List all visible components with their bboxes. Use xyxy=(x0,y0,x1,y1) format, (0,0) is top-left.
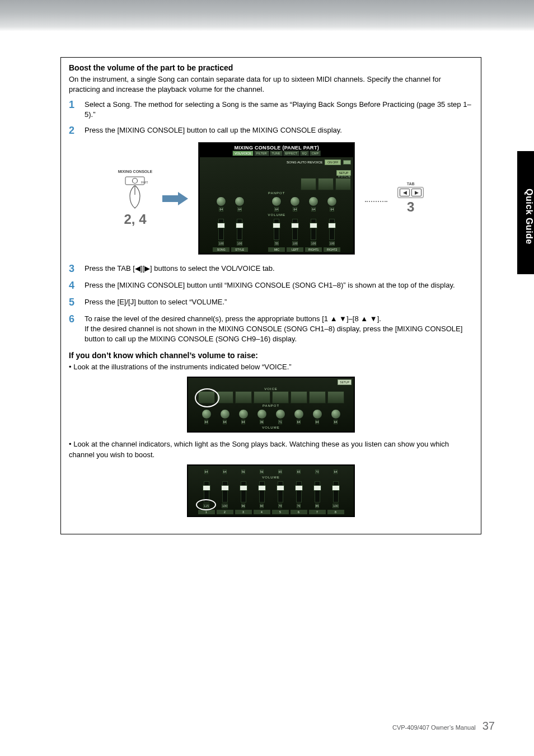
quick-guide-tab: Quick Guide xyxy=(517,151,534,274)
hand-press-icon: PART xyxy=(122,176,148,209)
volume-fader-icon xyxy=(274,219,279,240)
pan-knob-icon xyxy=(235,196,245,206)
pan-knob-icon xyxy=(275,409,285,419)
tab-label: TAB xyxy=(407,182,415,186)
volume-value: 55 xyxy=(274,241,279,246)
pan-value: 64 xyxy=(293,207,297,212)
top-value: 64 xyxy=(223,469,227,474)
footer-chip: LEFT xyxy=(287,247,303,252)
top-value: 65 xyxy=(297,469,301,474)
volume-value: 96 xyxy=(241,504,246,508)
volume-fader-icon xyxy=(333,481,339,503)
pan-value: 64 xyxy=(204,420,209,424)
step-text: To raise the level of the desired channe… xyxy=(85,314,473,345)
pan-knob-icon xyxy=(238,409,249,419)
pan-knob-blank xyxy=(253,201,263,212)
manual-title: CVP-409/407 Owner’s Manual xyxy=(392,724,476,731)
pan-value: 64 xyxy=(241,420,246,424)
console-tabs: VOL/VOICE FILTER TUNE EFFECT EQ CMP xyxy=(200,151,353,156)
step-text: Press the [MIXING CONSOLE] button until … xyxy=(85,280,473,290)
channel-number: 1 xyxy=(198,510,215,514)
volume-fader-icon xyxy=(278,481,283,503)
step-text: Press the TAB [◀][▶] buttons to select t… xyxy=(85,264,473,274)
arrow-right-icon xyxy=(162,192,188,205)
tab-left-button-icon: ◀ xyxy=(400,189,410,196)
console-tab: FILTER xyxy=(254,151,269,156)
content-box: Boost the volume of the part to be pract… xyxy=(60,57,481,534)
section-intro: On the instrument, a single Song can con… xyxy=(69,74,473,94)
volume-value: 70 xyxy=(278,504,283,508)
sub-heading: If you don’t know which channel’s volume… xyxy=(69,351,473,360)
tab-buttons-illustration: TAB ◀ ▶ 3 xyxy=(397,182,424,215)
steps-list: 1 Select a Song. The method for selectin… xyxy=(69,100,473,137)
pan-knob-icon xyxy=(308,196,318,206)
bullet-1: • Look at the illustrations of the instr… xyxy=(69,362,473,372)
song-auto-revoice-row: SONG AUTO REVOICE ON OFF xyxy=(202,159,351,165)
pan-knob-icon xyxy=(312,409,322,419)
voice-instrument-icon xyxy=(198,391,215,403)
page-top-gradient xyxy=(0,0,534,31)
volume-value: 100 xyxy=(222,504,227,508)
console-footer-labels: SONG STYLE MIC LEFT RIGHT1 RIGHT2 xyxy=(202,247,351,252)
top-value: 65 xyxy=(278,469,283,474)
console-tab: VOL/VOICE xyxy=(232,151,254,156)
volume-value: 100 xyxy=(311,241,316,246)
step-text: Press the [E]/[J] button to select “VOLU… xyxy=(85,297,473,307)
panpot-knob-row: 64 64 64 36 71 64 64 64 xyxy=(190,409,352,424)
callout-2-4: 2, 4 xyxy=(124,212,146,227)
bullet-2: • Look at the channel indicators, which … xyxy=(69,439,473,459)
voice-row xyxy=(190,391,352,403)
highlight-circle-icon xyxy=(195,388,219,407)
footer-chip: RIGHT1 xyxy=(305,247,322,252)
footer-chip-blank xyxy=(250,247,266,252)
channel-number-row: 1 2 3 4 5 6 7 8 xyxy=(190,510,352,514)
top-val-row: 64 64 56 56 65 65 70 64 xyxy=(190,469,352,474)
console-title: MIXING CONSOLE (PANEL PART) xyxy=(200,144,353,151)
volume-value: 100 xyxy=(218,241,224,246)
volume-label: VOLUME xyxy=(190,426,352,429)
console-tab: EFFECT xyxy=(283,151,299,156)
footer-chip: STYLE xyxy=(231,247,248,252)
mixing-console-label: MIXING CONSOLE xyxy=(118,170,152,173)
page-footer: CVP-409/407 Owner’s Manual 37 xyxy=(392,720,495,732)
channel-number: 3 xyxy=(235,510,252,514)
pan-knob-icon xyxy=(290,196,300,206)
callout-3: 3 xyxy=(407,199,414,215)
voice-instrument-icon xyxy=(272,391,289,403)
volume-fader-icon xyxy=(329,219,335,240)
pan-value: 64 xyxy=(297,420,301,424)
hand-button-illustration: MIXING CONSOLE PART 2, 4 xyxy=(118,170,152,227)
pan-knob-icon xyxy=(331,409,341,419)
channel-number: 4 xyxy=(254,510,270,514)
step-number: 5 xyxy=(69,297,78,308)
panpot-knob-row: 64 64 64 64 64 64 xyxy=(202,196,351,212)
step-number: 3 xyxy=(69,264,78,275)
top-value: 56 xyxy=(260,469,264,474)
volume-value: 90 xyxy=(260,504,264,508)
volume-fader-icon xyxy=(237,219,242,240)
volume-value: 100 xyxy=(332,504,338,508)
pan-value: 36 xyxy=(260,420,264,424)
pan-knob-icon xyxy=(294,409,304,419)
channel-number: 7 xyxy=(309,510,326,514)
pan-value: 64 xyxy=(237,207,242,212)
top-value: 56 xyxy=(241,469,246,474)
on-off-chip: ON OFF xyxy=(325,159,341,165)
console-tab: CMP xyxy=(310,151,321,156)
pan-knob-icon xyxy=(257,409,267,419)
highlight-circle-icon xyxy=(196,499,216,510)
voice-instrument-icon xyxy=(254,391,270,403)
volume-fader-icon xyxy=(241,481,246,503)
pan-value: 64 xyxy=(219,207,223,212)
step-number: 2 xyxy=(69,125,78,137)
footer-chip: SONG xyxy=(213,247,229,252)
volume-fader-blank xyxy=(255,224,261,246)
pan-value: 64 xyxy=(274,207,279,212)
pan-knob-icon xyxy=(216,196,226,206)
volume-value: 100 xyxy=(292,241,298,246)
volume-fader-row: 100 100 55 100 100 100 xyxy=(202,218,351,246)
footer-chip: MIC xyxy=(268,247,285,252)
pan-value: 64 xyxy=(311,207,316,212)
step-number: 6 xyxy=(69,314,78,325)
pan-value: 64 xyxy=(334,420,338,424)
